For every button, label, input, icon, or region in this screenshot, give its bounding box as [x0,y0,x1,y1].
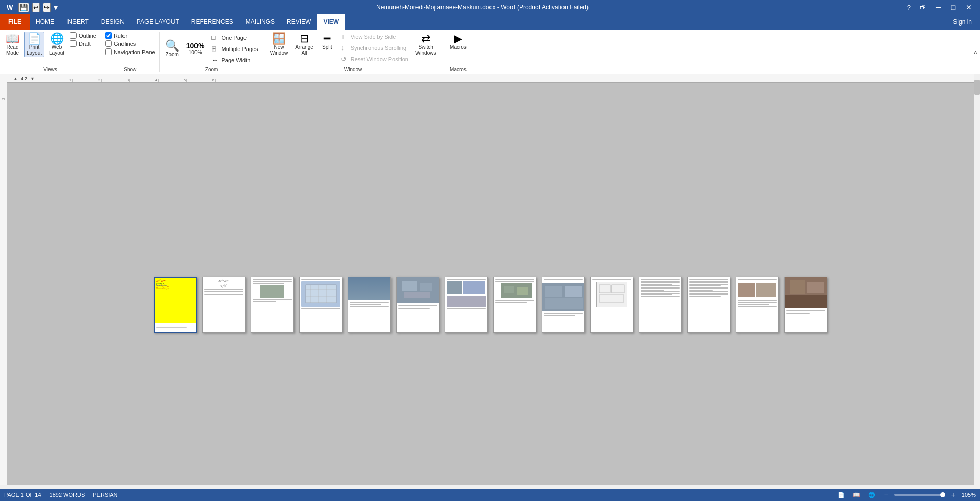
language-indicator[interactable]: PERSIAN [93,492,117,498]
page-13-photo2 [756,283,776,297]
new-window-label: NewWindow [270,44,288,56]
tab-view[interactable]: VIEW [317,14,345,30]
outline-checkbox[interactable] [70,32,77,39]
macros-button[interactable]: ▶ Macros [445,32,471,52]
close-button[interactable]: ✕ [962,2,976,13]
zoom-group: 🔍 Zoom 100% 100% □ One Page ⊞ Multiple P… [160,32,264,72]
tab-review[interactable]: REVIEW [281,14,317,30]
page-1-yellow: تحقیق آنلاین مرجع دانلود Tahighqhonlinee… [155,278,196,323]
ruler-next-btn[interactable]: ▼ [28,76,37,82]
page-9-text-top [542,277,584,283]
draft-checkbox-item[interactable]: Draft [69,40,97,47]
zoom-in-btn[interactable]: + [949,491,958,499]
print-layout-label: PrintLayout [27,44,42,56]
page-thumb-8[interactable] [493,277,536,333]
maximize-button[interactable]: □ [946,2,961,13]
undo-btn[interactable]: ↩ [32,3,40,12]
tab-file[interactable]: FILE [0,14,30,30]
ruler-page-num: 4 [21,76,23,81]
tab-home[interactable]: HOME [30,14,60,30]
scrollbar-thumb[interactable] [974,80,980,95]
page-width-icon: ↔ [211,56,219,64]
page-thumb-14[interactable] [784,277,827,333]
view-side-by-side-button[interactable]: ⫿ View Side by Side [338,32,411,42]
ruler-marks-h: 1 2 3 4 5 6 [39,75,974,82]
redo-btn[interactable]: ↪ [43,3,51,12]
navigation-pane-checkbox[interactable] [105,48,112,55]
page-7-img2 [463,281,485,294]
ruler-checkbox-item[interactable]: Ruler [104,32,156,39]
tab-insert[interactable]: INSERT [60,14,95,30]
tab-mailings[interactable]: MAILINGS [239,14,281,30]
print-view-btn[interactable]: 📄 [836,492,847,498]
vertical-scrollbar[interactable] [974,74,980,485]
one-page-icon: □ [211,34,219,42]
print-layout-button[interactable]: 📄 PrintLayout [24,32,44,57]
gridlines-checkbox-item[interactable]: Gridlines [104,40,156,47]
ruler-marks-v: 2 4 6 [0,74,7,100]
page-3-image [260,285,284,298]
reset-window-button[interactable]: ↺ Reset Window Position [338,54,411,64]
page-thumb-6[interactable] [396,277,439,333]
ruler-checkbox[interactable] [105,32,112,39]
sync-scrolling-button[interactable]: ↕ Synchronous Scrolling [338,43,411,53]
page-thumb-10[interactable] [590,277,633,333]
zoom-100-button[interactable]: 100% 100% [184,41,207,57]
split-button[interactable]: ━ Split [318,32,336,52]
zoom-out-btn[interactable]: − [881,491,890,499]
help-icon[interactable]: ? [907,4,911,11]
gridlines-checkbox[interactable] [105,40,112,47]
page-thumb-13[interactable] [736,277,779,333]
save-quick-btn[interactable]: 💾 [18,3,29,12]
page-thumb-1[interactable]: تحقیق آنلاین مرجع دانلود Tahighqhonlinee… [154,277,197,333]
split-icon: ━ [324,33,330,44]
customize-quick-access[interactable]: ▾ [54,3,58,12]
page-thumb-3[interactable] [251,277,294,333]
aerial-svg [397,277,439,303]
navigation-pane-checkbox-item[interactable]: Navigation Pane [104,48,156,56]
view-checkboxes: Outline Draft [69,32,97,47]
title-bar: W 💾 ↩ ↪ ▾ Nemuneh-Moredi-Mojtamaee-Masku… [0,0,980,14]
v-ruler-2: 2 [0,98,7,100]
tab-pagelayout[interactable]: PAGE LAYOUT [131,14,185,30]
svg-text:3: 3 [127,78,129,82]
page-5-text [348,300,390,311]
zoom-percent[interactable]: 105% [962,492,976,498]
page-thumb-4[interactable] [299,277,342,333]
page-thumb-11[interactable] [639,277,682,333]
zoom-button[interactable]: 🔍 Zoom [163,39,182,59]
status-left: PAGE 1 OF 14 1892 WORDS PERSIAN [4,492,118,498]
zoom-slider-thumb[interactable] [940,492,945,497]
page-thumb-9[interactable] [542,277,585,333]
page-thumb-12[interactable] [687,277,730,333]
zoom-slider[interactable] [894,494,945,496]
draft-checkbox[interactable] [70,40,77,47]
split-label: Split [322,44,332,50]
switch-windows-button[interactable]: ⇄ SwitchWindows [413,32,439,57]
show-checkboxes: Ruler Gridlines Navigation Pane [104,32,156,56]
ruler-page-num2: 2 [24,76,27,81]
page-5-bg [348,277,390,300]
outline-checkbox-item[interactable]: Outline [69,32,97,39]
page-width-button[interactable]: ↔ Page Width [209,55,260,65]
new-window-button[interactable]: 🪟 NewWindow [267,32,291,57]
read-view-btn[interactable]: 📖 [851,492,862,498]
arrange-all-button[interactable]: ⊟ ArrangeAll [292,32,316,57]
restore-button[interactable]: 🗗 [916,2,930,13]
web-layout-button[interactable]: 🌐 WebLayout [46,32,67,57]
sign-in-link[interactable]: Sign in [945,18,980,26]
web-view-btn[interactable]: 🌐 [866,492,877,498]
tab-design[interactable]: DESIGN [95,14,131,30]
page-thumb-7[interactable] [445,277,488,333]
page-thumb-2[interactable]: ماشین دکتری طرح نهاییماشین ۴ [202,277,246,333]
svg-rect-38 [807,282,824,293]
minimize-button[interactable]: ─ [931,2,945,13]
one-page-button[interactable]: □ One Page [209,33,260,43]
ruler-prev-btn[interactable]: ▲ [11,76,20,82]
page-thumb-5[interactable] [348,277,391,333]
read-mode-button[interactable]: 📖 ReadMode [3,32,22,57]
map-svg [303,282,339,305]
multiple-pages-button[interactable]: ⊞ Multiple Pages [209,44,260,54]
collapse-ribbon-button[interactable]: ∧ [973,48,978,56]
tab-references[interactable]: REFERENCES [185,14,239,30]
